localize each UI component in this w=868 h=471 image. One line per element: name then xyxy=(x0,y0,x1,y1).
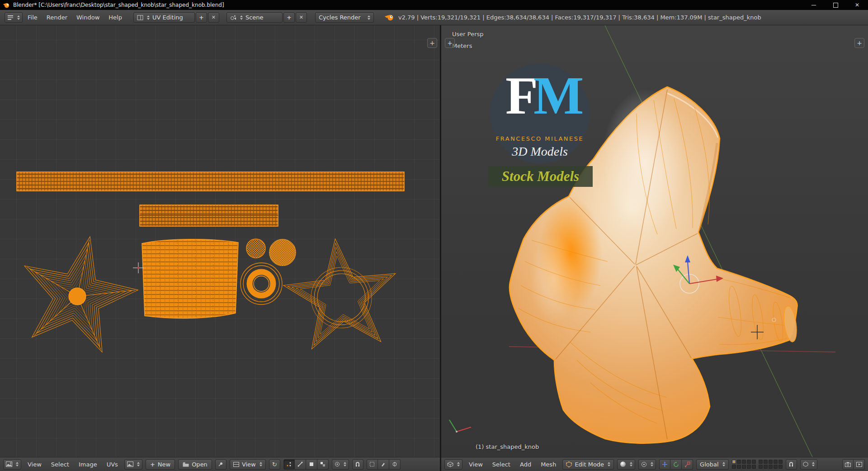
opengl-render-button[interactable] xyxy=(842,459,854,470)
remove-layout-button[interactable]: ✕ xyxy=(208,12,219,23)
uv-draw-shadow-button[interactable] xyxy=(367,459,378,470)
info-editor-icon xyxy=(7,15,14,20)
close-icon: ✕ xyxy=(855,2,859,8)
active-object-label: (1) star_shaped_knob xyxy=(476,443,539,450)
island-select-icon xyxy=(320,461,326,467)
minimize-button[interactable] xyxy=(803,0,825,10)
translate-manipulator-icon xyxy=(662,461,668,467)
fm-logo-tagline: 3D Models xyxy=(490,144,590,159)
uv-image-editor: + View Select Image UVs xyxy=(0,25,441,471)
window-title: Blender* [C:\Users\franc\Desktop\star_sh… xyxy=(13,2,803,8)
uv-sticky-mode-button[interactable] xyxy=(332,459,349,470)
image-editor-icon xyxy=(6,461,12,467)
open-image-button[interactable]: Open xyxy=(178,459,212,470)
workspace: + View Select Image UVs xyxy=(0,25,868,471)
vp-menu-add[interactable]: Add xyxy=(517,461,534,468)
uv-edge-select-button[interactable] xyxy=(295,459,306,470)
rotate-manipulator-icon xyxy=(673,461,679,467)
image-pass-icon xyxy=(233,462,239,467)
uv-view-dropdown[interactable]: View xyxy=(230,459,266,470)
uv-island-star-left[interactable] xyxy=(10,224,147,357)
scale-manipulator-button[interactable] xyxy=(682,459,693,470)
render-engine-selector[interactable]: Cycles Render xyxy=(315,12,374,23)
menu-render[interactable]: Render xyxy=(42,14,71,21)
fm-logo: F M FRANCESCO MILANESE 3D Models xyxy=(490,64,590,163)
uv-island-star-right[interactable] xyxy=(279,233,402,352)
uv-pivot-button[interactable] xyxy=(389,459,401,470)
stock-models-badge: Stock Models xyxy=(488,166,593,187)
uv-snap-button[interactable] xyxy=(352,459,363,470)
scene-value: Scene xyxy=(245,14,279,21)
uv-island-short-strip[interactable] xyxy=(140,205,278,226)
uv-editor-type-button[interactable] xyxy=(3,459,21,470)
add-layout-button[interactable]: + xyxy=(196,12,207,23)
dropdown-arrows-icon xyxy=(17,15,20,20)
view-name-label: User Persp xyxy=(452,31,484,38)
remove-scene-button[interactable]: ✕ xyxy=(296,12,307,23)
uv-menu-select[interactable]: Select xyxy=(48,461,72,468)
dropdown-arrows-icon xyxy=(630,462,632,466)
uv-canvas[interactable]: + xyxy=(0,25,440,457)
draw-other-objects-icon xyxy=(369,461,375,467)
vp-menu-select[interactable]: Select xyxy=(489,461,514,468)
opengl-anim-icon xyxy=(856,462,862,467)
viewport-canvas[interactable]: User Persp Meters (1) star_shaped_knob +… xyxy=(441,25,868,457)
opengl-anim-button[interactable] xyxy=(854,459,865,470)
viewport-editor-type-button[interactable] xyxy=(444,459,462,470)
uv-island-select-button[interactable] xyxy=(317,459,329,470)
uv-menu-uvs[interactable]: UVs xyxy=(104,461,121,468)
maximize-button[interactable] xyxy=(825,0,846,10)
mode-selector[interactable]: Edit Mode xyxy=(562,459,614,470)
pivot-selector[interactable] xyxy=(638,459,656,470)
uv-face-select-button[interactable] xyxy=(306,459,317,470)
uv-editor-header: View Select Image UVs + New Ope xyxy=(0,457,440,471)
unit-label: Meters xyxy=(452,43,472,49)
info-editor-type-button[interactable] xyxy=(5,12,23,23)
dropdown-arrows-icon xyxy=(259,462,262,466)
screen-layout-selector[interactable]: UV Editing xyxy=(133,12,195,23)
opengl-render-group xyxy=(842,459,865,470)
snap-toggle-button[interactable] xyxy=(786,459,797,470)
new-image-button[interactable]: + New xyxy=(146,459,175,470)
menu-window[interactable]: Window xyxy=(72,14,104,21)
layers-widget[interactable] xyxy=(732,460,783,469)
menu-file[interactable]: File xyxy=(24,14,42,21)
scene-selector[interactable]: Scene xyxy=(226,12,283,23)
shading-selector[interactable] xyxy=(617,459,635,470)
properties-toggle-plus-icon[interactable]: + xyxy=(854,38,864,48)
close-button[interactable]: ✕ xyxy=(846,0,868,10)
pin-button[interactable] xyxy=(215,459,226,470)
uv-island-long-strip[interactable] xyxy=(17,172,404,191)
snap-element-icon xyxy=(803,461,808,467)
mode-value: Edit Mode xyxy=(575,461,604,468)
scene-statistics: v2.79 | Verts:19,321/19,321 | Edges:38,6… xyxy=(398,14,761,21)
vp-menu-mesh[interactable]: Mesh xyxy=(538,461,559,468)
region-toggle-plus-icon[interactable]: + xyxy=(427,38,437,48)
orientation-selector[interactable]: Global xyxy=(696,459,728,470)
add-scene-button[interactable]: + xyxy=(283,12,295,23)
uv-draw-texpaint-button[interactable] xyxy=(378,459,389,470)
uv-island-small-circle[interactable] xyxy=(246,239,265,258)
dropdown-arrows-icon xyxy=(651,462,653,466)
uv-island-filled-circle[interactable] xyxy=(269,239,296,266)
screen-layout-icon xyxy=(137,15,143,20)
translate-manipulator-button[interactable] xyxy=(659,459,670,470)
image-browse-button[interactable] xyxy=(124,459,142,470)
vp-menu-view[interactable]: View xyxy=(466,461,486,468)
dropdown-arrows-icon xyxy=(147,15,150,20)
uv-menu-image[interactable]: Image xyxy=(75,461,100,468)
menu-help[interactable]: Help xyxy=(104,14,126,21)
uv-menu-view[interactable]: View xyxy=(24,461,45,468)
snap-element-selector[interactable] xyxy=(800,459,817,470)
uv-island-ring[interactable] xyxy=(241,263,282,304)
rotate-manipulator-button[interactable] xyxy=(670,459,682,470)
snap-magnet-icon xyxy=(355,461,360,467)
uv-sync-select-button[interactable]: ↻ xyxy=(269,459,280,470)
toolshelf-toggle-plus-icon[interactable]: + xyxy=(445,38,455,48)
uv-vertex-select-button[interactable] xyxy=(283,459,295,470)
blender-logo-icon xyxy=(385,14,394,21)
uv-island-block[interactable] xyxy=(142,239,238,319)
pivot-icon xyxy=(392,461,397,467)
opengl-render-icon xyxy=(845,462,851,467)
new-image-label: New xyxy=(158,461,170,468)
